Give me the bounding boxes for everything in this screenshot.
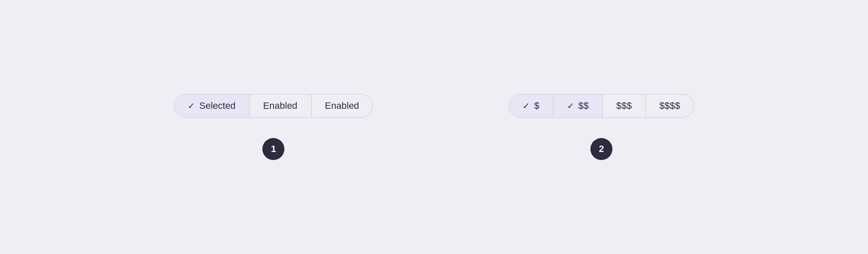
segment-selected[interactable]: ✓ Selected	[174, 94, 250, 117]
segment-label-dollar-2: $$	[579, 100, 589, 111]
segment-label-dollar-4: $$$$	[659, 100, 680, 111]
check-icon-dollar-1: ✓	[523, 101, 530, 111]
badge-2: 2	[590, 138, 612, 160]
segment-enabled-1[interactable]: Enabled	[250, 94, 312, 117]
check-icon: ✓	[188, 101, 195, 111]
segment-dollar-1[interactable]: ✓ $	[509, 94, 553, 117]
segment-label-enabled-1: Enabled	[263, 100, 298, 111]
segmented-control-1: ✓ Selected Enabled Enabled	[174, 94, 373, 118]
segment-label-enabled-2: Enabled	[325, 100, 359, 111]
segment-label-selected: Selected	[199, 100, 236, 111]
segmented-control-2: ✓ $ ✓ $$ $$$ $$$$	[509, 94, 694, 118]
segment-dollar-4[interactable]: $$$$	[646, 94, 694, 117]
segment-dollar-3[interactable]: $$$	[603, 94, 646, 117]
segment-dollar-2[interactable]: ✓ $$	[554, 94, 603, 117]
demo-section-1: ✓ Selected Enabled Enabled 1	[174, 94, 373, 160]
segment-label-dollar-1: $	[534, 100, 539, 111]
segment-enabled-2[interactable]: Enabled	[312, 94, 373, 117]
check-icon-dollar-2: ✓	[567, 101, 574, 111]
segment-label-dollar-3: $$$	[616, 100, 632, 111]
demo-section-2: ✓ $ ✓ $$ $$$ $$$$ 2	[509, 94, 694, 160]
badge-1: 1	[262, 138, 284, 160]
